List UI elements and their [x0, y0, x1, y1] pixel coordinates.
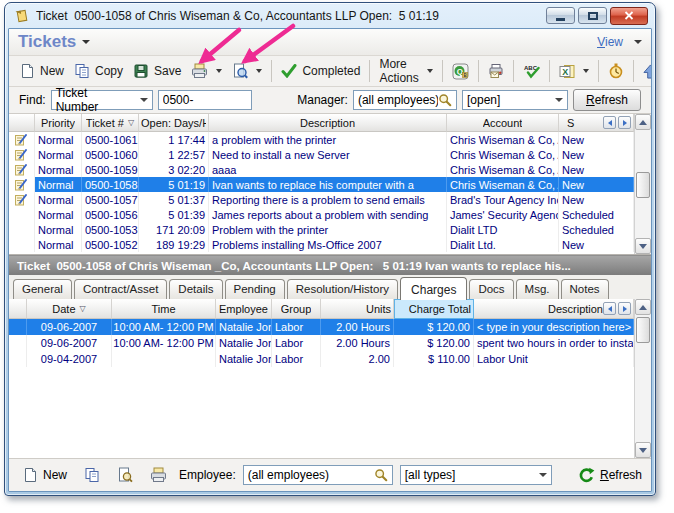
fax-send-button[interactable] [483, 60, 509, 82]
column-header-icon[interactable] [9, 114, 35, 132]
column-header-label: Charge Total [409, 303, 471, 315]
find-field-select[interactable]: Ticket Number [51, 90, 153, 110]
ticket-row[interactable]: Normal0500-10565 01:39James reports abou… [9, 207, 634, 222]
scroll-right-button[interactable] [618, 302, 631, 315]
tab-general[interactable]: General [13, 279, 72, 299]
ticket-row[interactable]: Normal0500-10593 02:20aaaaChris Wiseman … [9, 162, 634, 177]
scroll-thumb[interactable] [636, 172, 650, 198]
tab-notes[interactable]: Notes [561, 279, 609, 299]
cell-ticket: 0500-1056 [82, 207, 139, 222]
print-preview-button[interactable] [227, 60, 267, 82]
scroll-right-button[interactable] [618, 116, 631, 129]
preview-dropdown-arrow-icon[interactable] [256, 69, 262, 73]
column-header-units[interactable]: Units [321, 299, 394, 319]
search-icon[interactable] [374, 468, 388, 482]
sort-indicator-icon: ▽ [80, 304, 86, 313]
charges-toolbar: New [9, 458, 651, 491]
app-header: Tickets View [9, 29, 651, 56]
copy-button[interactable]: Copy [69, 60, 128, 82]
column-header-group[interactable]: Group [272, 299, 321, 319]
scroll-down-button[interactable] [635, 442, 651, 458]
previous-record-button[interactable] [638, 61, 652, 82]
tab-charges[interactable]: Charges [400, 277, 467, 300]
charge-row[interactable]: 09-06-200710:00 AM- 12:00 PMNatalie Jone… [9, 319, 634, 335]
export-excel-button[interactable]: X [554, 60, 594, 82]
charge-row[interactable]: 09-04-2007Natalie JonesLabor2.00$ 110.00… [9, 351, 634, 367]
view-menu[interactable]: View [597, 35, 642, 49]
column-header-description[interactable]: Description [474, 299, 634, 319]
scroll-down-button[interactable] [635, 238, 651, 254]
spell-check-button[interactable]: ABC [518, 60, 545, 82]
ticket-row[interactable]: Normal0500-10575 01:37Reporting there is… [9, 192, 634, 207]
save-button[interactable]: Save [128, 60, 186, 82]
new-charge-button[interactable]: New [18, 464, 72, 486]
column-header-date[interactable]: Date▽ [27, 299, 112, 319]
quickbooks-button[interactable]: Q B [447, 60, 474, 83]
column-header-account[interactable]: Account [447, 114, 559, 132]
preview-charge-button[interactable] [112, 464, 138, 486]
more-actions-button[interactable]: More Actions [374, 54, 437, 88]
new-page-icon [20, 63, 35, 79]
tab-contract-asset[interactable]: Contract/Asset [74, 279, 167, 299]
tab-details[interactable]: Details [169, 279, 222, 299]
tickets-menu-arrow-icon[interactable] [82, 40, 90, 44]
new-button[interactable]: New [15, 60, 69, 82]
ticket-row[interactable]: Normal0500-10611 17:44a problem with the… [9, 132, 634, 147]
scroll-thumb[interactable] [636, 317, 650, 343]
column-header-icon[interactable] [9, 299, 27, 319]
charge-row[interactable]: 09-06-200710:00 AM- 12:00 PMNatalie Jone… [9, 335, 634, 351]
cell-account: Chris Wiseman & Co, Acco [447, 162, 559, 177]
print-button[interactable] [186, 60, 227, 82]
column-header-ticket[interactable]: Ticket #▽ [82, 114, 139, 132]
tab-msg[interactable]: Msg. [516, 279, 559, 299]
cell-units: 2.00 Hours [321, 335, 394, 351]
minimize-button[interactable] [546, 7, 575, 24]
status-filter-select[interactable]: [open] [462, 90, 568, 110]
employee-filter-input[interactable] [248, 468, 368, 482]
column-header-priority[interactable]: Priority [35, 114, 82, 132]
column-header-time[interactable]: Time [112, 299, 216, 319]
scroll-left-button[interactable] [603, 116, 616, 129]
copy-charge-button[interactable] [79, 464, 105, 486]
tab-pending[interactable]: Pending [225, 279, 285, 299]
title-bar[interactable]: Ticket 0500-1058 of Chris Wiseman & Co, … [8, 3, 652, 28]
cell-total: $ 120.00 [394, 319, 474, 335]
column-header-open[interactable]: Open: Days/Hrs [139, 114, 209, 132]
ticket-row[interactable]: Normal0500-1052189 19:29Problems install… [9, 237, 634, 252]
column-header-description[interactable]: Description [209, 114, 447, 132]
app-window: Ticket 0500-1058 of Chris Wiseman & Co, … [4, 2, 656, 496]
refresh-button[interactable]: Refresh [573, 89, 641, 111]
maximize-button[interactable] [578, 7, 607, 24]
ticket-row[interactable]: Normal0500-10585 01:19Ivan wants to repl… [9, 177, 634, 192]
column-header-total[interactable]: Charge Total [394, 299, 474, 319]
charge-type-select[interactable]: [all types] [400, 465, 552, 485]
scroll-track[interactable] [635, 130, 651, 238]
column-header-label: Date [52, 303, 75, 315]
tab-resolution-history[interactable]: Resolution/History [287, 279, 398, 299]
search-input[interactable] [163, 93, 247, 107]
tab-docs[interactable]: Docs [469, 279, 513, 299]
excel-dropdown-arrow-icon[interactable] [583, 69, 589, 73]
cell-description: Ivan wants to replace his computer with … [209, 177, 447, 192]
column-header-status[interactable]: S [559, 114, 634, 132]
cell-employee: Natalie Jones [216, 335, 272, 351]
scroll-up-button[interactable] [635, 299, 651, 315]
tickets-vertical-scrollbar[interactable] [634, 114, 651, 254]
charges-vertical-scrollbar[interactable] [634, 299, 651, 458]
charges-refresh-button[interactable]: Refresh [578, 467, 642, 484]
print-charges-button[interactable] [145, 464, 172, 486]
scroll-left-button[interactable] [603, 302, 616, 315]
print-dropdown-arrow-icon[interactable] [216, 69, 222, 73]
ticket-row[interactable]: Normal0500-1053171 20:09Problem with the… [9, 222, 634, 237]
ticket-row[interactable]: Normal0500-10601 22:57Need to install a … [9, 147, 634, 162]
close-button[interactable] [610, 7, 648, 25]
completed-button[interactable]: Completed [276, 61, 365, 81]
timer-button[interactable] [603, 60, 629, 82]
search-icon[interactable] [438, 93, 452, 107]
column-header-employee[interactable]: Employee [216, 299, 272, 319]
toolbar-separator [369, 60, 370, 82]
window-title: Ticket 0500-1058 of Chris Wiseman & Co, … [36, 9, 439, 23]
scroll-track[interactable] [635, 315, 651, 442]
scroll-up-button[interactable] [635, 114, 651, 130]
manager-input[interactable] [358, 93, 438, 107]
